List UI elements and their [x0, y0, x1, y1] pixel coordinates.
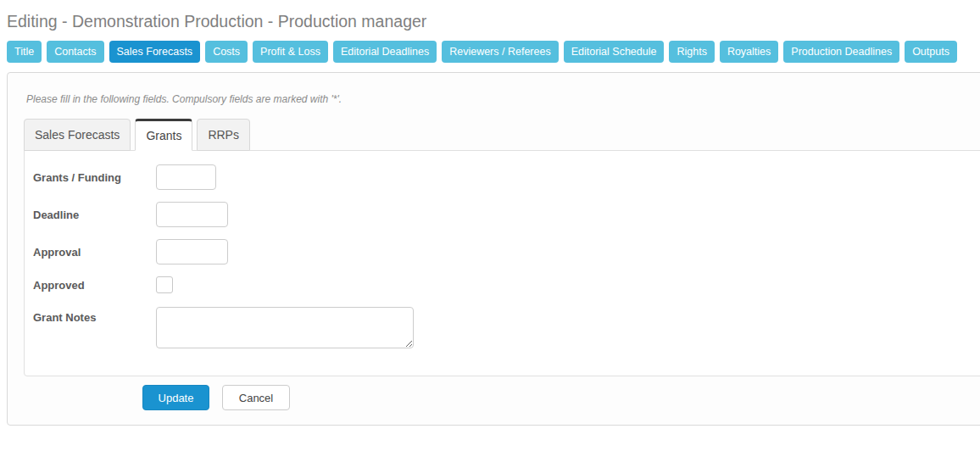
tab-contacts[interactable]: Contacts — [47, 41, 103, 63]
tab-sales-forecasts[interactable]: Sales Forecasts — [109, 41, 201, 63]
update-button[interactable]: Update — [142, 385, 209, 410]
tab-editorial-deadlines[interactable]: Editorial Deadlines — [333, 41, 437, 63]
page-title: Editing - Demonstration Production - Pro… — [7, 11, 980, 31]
cancel-button[interactable]: Cancel — [222, 385, 290, 410]
form-row-grant-notes: Grant Notes — [33, 307, 980, 348]
form-instruction: Please fill in the following fields. Com… — [26, 93, 980, 105]
deadline-input[interactable] — [156, 202, 228, 227]
grant-notes-label: Grant Notes — [33, 307, 156, 324]
edit-panel: Please fill in the following fields. Com… — [7, 72, 980, 426]
deadline-label: Deadline — [33, 209, 156, 221]
subtab-rrps[interactable]: RRPs — [197, 119, 250, 151]
tab-profit-loss[interactable]: Profit & Loss — [253, 41, 328, 63]
sub-tab-bar: Sales Forecasts Grants RRPs — [24, 119, 980, 150]
approval-input[interactable] — [156, 239, 228, 264]
form-row-approval: Approval — [33, 239, 980, 264]
grants-funding-input[interactable] — [156, 164, 216, 190]
main-tab-bar: Title Contacts Sales Forecasts Costs Pro… — [7, 41, 980, 63]
approval-label: Approval — [33, 246, 156, 259]
tab-outputs[interactable]: Outputs — [905, 41, 957, 63]
grants-funding-label: Grants / Funding — [33, 171, 156, 184]
form-row-deadline: Deadline — [33, 202, 980, 227]
approved-checkbox[interactable] — [156, 276, 173, 293]
tab-costs[interactable]: Costs — [205, 41, 248, 63]
tab-rights[interactable]: Rights — [669, 41, 714, 63]
tab-reviewers-referees[interactable]: Reviewers / Referees — [442, 41, 559, 63]
subtab-sales-forecasts[interactable]: Sales Forecasts — [24, 119, 131, 151]
grants-form: Grants / Funding Deadline Approval Appro… — [24, 150, 980, 376]
tab-production-deadlines[interactable]: Production Deadlines — [783, 41, 899, 63]
tab-royalties[interactable]: Royalties — [720, 41, 778, 63]
subtab-grants[interactable]: Grants — [135, 119, 192, 151]
grant-notes-textarea[interactable] — [156, 307, 414, 348]
form-row-grants-funding: Grants / Funding — [33, 164, 980, 190]
form-row-approved: Approved — [33, 276, 980, 293]
tab-editorial-schedule[interactable]: Editorial Schedule — [564, 41, 665, 63]
form-actions: Update Cancel — [142, 385, 980, 410]
tab-title[interactable]: Title — [7, 41, 42, 63]
approved-label: Approved — [33, 279, 156, 292]
